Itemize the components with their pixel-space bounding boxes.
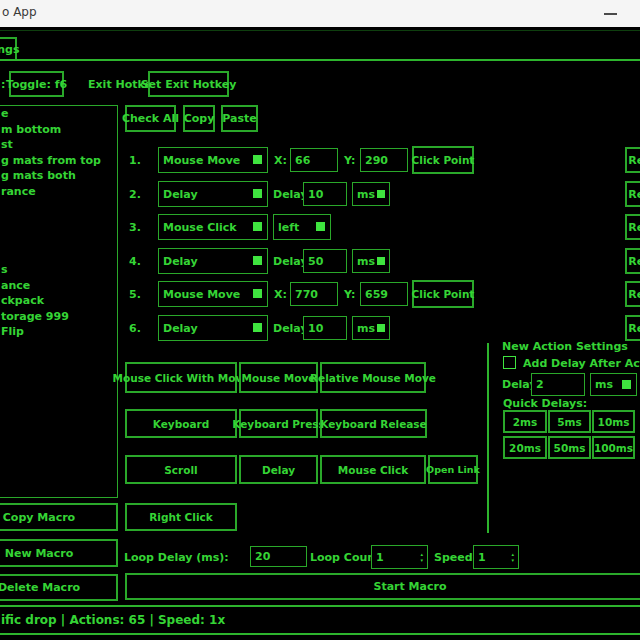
dropdown-indicator-icon [377,257,385,265]
add-keyboard-release-button[interactable]: Keyboard Release [320,409,427,438]
tabstrip-divider [0,59,640,61]
delay-input[interactable]: 10 [303,182,347,206]
mouse-button-dropdown[interactable]: left [273,214,331,240]
macro-list-item[interactable]: ckpack [0,293,117,309]
action-row-number: 2. [129,181,141,207]
macro-list-item[interactable]: torage 999 [0,309,117,325]
add-relative-mouse-move-button[interactable]: Relative Mouse Move [320,362,426,393]
y-input[interactable]: 659 [360,282,408,306]
remove-action-button[interactable]: Remove [625,315,640,341]
macro-list-item[interactable] [0,231,117,247]
add-delay-after-action-checkbox[interactable] [503,356,516,369]
new-action-delay-unit-dropdown[interactable]: ms [590,373,637,396]
speed-label: Speed: [434,545,477,569]
macro-list-item[interactable]: st [0,137,117,153]
action-row-number: 1. [129,147,141,173]
delay-input[interactable]: 50 [303,249,347,273]
delay-unit-dropdown[interactable]: ms [352,249,390,273]
start-macro-button[interactable]: Start Macro [125,573,640,600]
add-delay-button[interactable]: Delay [239,455,318,484]
y-label: Y: [344,281,355,307]
action-type-dropdown[interactable]: Delay [158,181,268,207]
remove-action-button[interactable]: Remove [625,281,640,307]
add-mouse-move-button[interactable]: Mouse Move [239,362,318,393]
dropdown-indicator-icon [377,190,385,198]
minimize-button[interactable] [596,0,626,27]
delay-unit-dropdown[interactable]: ms [352,316,390,340]
spinner-down-icon[interactable]: ▾ [511,558,514,563]
delete-macro-button[interactable]: Delete Macro [0,574,118,601]
click-point-button[interactable]: Click Point [412,146,474,174]
check-all-button[interactable]: Check All [125,105,176,132]
y-input[interactable]: 290 [360,148,408,172]
spinner-up-icon[interactable]: ▴ [511,552,514,557]
add-keyboard-press-button[interactable]: Keyboard Press [239,409,318,438]
top-divider [0,30,640,31]
delay-input[interactable]: 10 [303,316,347,340]
new-action-delay-input[interactable]: 2 [531,373,585,396]
remove-action-button[interactable]: Remove [625,214,640,240]
add-open-link-button[interactable]: Open Link [428,455,478,484]
click-point-button[interactable]: Click Point [412,280,474,308]
delay-unit-value: ms [357,188,375,201]
macro-list-item[interactable] [0,246,117,262]
status-text: ific drop | Actions: 65 | Speed: 1x [1,613,225,627]
quick-delay-100ms-button[interactable]: 100ms [592,436,635,459]
action-type-value: Delay [163,255,198,268]
loop-count-stepper[interactable]: 1 ▴▾ [371,545,428,569]
macro-list-item[interactable]: rance [0,184,117,200]
add-keyboard-button[interactable]: Keyboard [125,409,237,438]
spinner-up-icon[interactable]: ▴ [420,552,423,557]
macro-list-item[interactable]: ance [0,278,117,294]
macro-list-item[interactable]: s [0,262,117,278]
x-label: X: [274,281,287,307]
macro-list[interactable]: e m bottom st g mats from top g mats bot… [0,105,118,498]
add-mouse-click-with-move-button[interactable]: Mouse Click With Move [125,362,237,393]
action-type-dropdown[interactable]: Mouse Click [158,214,268,240]
macro-list-item[interactable]: g mats from top [0,153,117,169]
macro-list-item[interactable]: Flip [0,324,117,340]
quick-delay-5ms-button[interactable]: 5ms [548,410,591,433]
action-type-dropdown[interactable]: Mouse Move [158,147,268,173]
quick-delay-50ms-button[interactable]: 50ms [548,436,591,459]
speed-stepper[interactable]: 1 ▴▾ [473,545,519,569]
dropdown-indicator-icon [253,155,262,164]
new-macro-button[interactable]: New Macro [0,539,118,567]
spinner-down-icon[interactable]: ▾ [420,558,423,563]
macro-list-item[interactable]: e [0,106,117,122]
dropdown-indicator-icon [377,324,385,332]
remove-action-button[interactable]: Remove [625,147,640,173]
macro-list-item[interactable]: m bottom [0,122,117,138]
tab-settings[interactable]: Settings [0,37,17,61]
x-input[interactable]: 66 [290,148,338,172]
toggle-hotkey-button[interactable]: Toggle: f6 [9,71,64,97]
quick-delay-20ms-button[interactable]: 20ms [503,436,547,459]
action-type-dropdown[interactable]: Delay [158,248,268,274]
dropdown-indicator-icon [253,256,262,265]
macro-list-item[interactable] [0,215,117,231]
action-type-dropdown[interactable]: Delay [158,315,268,341]
copy-button[interactable]: Copy [183,105,215,132]
action-type-value: Delay [163,322,198,335]
delay-unit-dropdown[interactable]: ms [352,182,390,206]
action-type-dropdown[interactable]: Mouse Move [158,281,268,307]
hotkey-label: : [1,71,5,97]
quick-delay-2ms-button[interactable]: 2ms [503,410,547,433]
macro-list-item[interactable]: g mats both [0,168,117,184]
tab-settings-label: Settings [0,43,19,56]
copy-macro-button[interactable]: Copy Macro [0,503,118,531]
remove-action-button[interactable]: Remove [625,181,640,207]
remove-action-button[interactable]: Remove [625,248,640,274]
add-scroll-button[interactable]: Scroll [125,455,237,484]
quick-delay-10ms-button[interactable]: 10ms [592,410,635,433]
add-mouse-click-button[interactable]: Mouse Click [320,455,426,484]
action-type-value: Mouse Click [163,221,237,234]
macro-list-item[interactable] [0,200,117,216]
x-input[interactable]: 770 [290,282,338,306]
dropdown-indicator-icon [253,323,262,332]
set-exit-hotkey-button[interactable]: Set Exit Hotkey [148,71,229,97]
loop-delay-input[interactable]: 20 [250,546,307,567]
paste-button[interactable]: Paste [221,105,258,132]
add-right-click-button[interactable]: Right Click [125,503,237,531]
status-bar: ific drop | Actions: 65 | Speed: 1x [0,605,640,635]
